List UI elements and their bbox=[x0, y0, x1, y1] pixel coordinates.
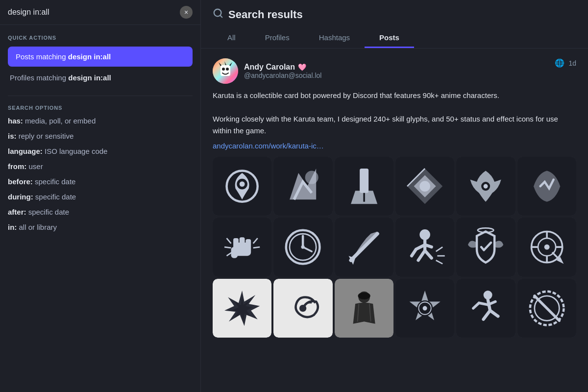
quick-actions-label: QUICK ACTIONS bbox=[8, 35, 193, 41]
icon-image-grid bbox=[213, 157, 576, 338]
svg-point-14 bbox=[484, 184, 488, 189]
clear-search-button[interactable]: × bbox=[180, 6, 193, 19]
list-item bbox=[213, 279, 271, 338]
option-before-key: before: bbox=[8, 177, 33, 186]
svg-line-31 bbox=[436, 247, 443, 252]
svg-line-24 bbox=[253, 247, 260, 248]
list-item bbox=[335, 157, 393, 216]
tab-hashtags[interactable]: Hashtags bbox=[304, 28, 365, 48]
globe-icon: 🌐 bbox=[555, 58, 564, 68]
svg-point-5 bbox=[226, 68, 229, 71]
svg-rect-10 bbox=[360, 169, 368, 193]
post-author: Andy Carolan 🩷 @andycarolan@social.lol bbox=[213, 58, 321, 84]
option-after-key: after: bbox=[8, 208, 26, 216]
divider bbox=[8, 96, 193, 96]
list-item bbox=[517, 157, 576, 216]
author-handle: @andycarolan@social.lol bbox=[244, 72, 321, 79]
option-has-key: has: bbox=[8, 117, 23, 125]
option-is[interactable]: is: reply or sensitive bbox=[8, 132, 193, 140]
profiles-query: design in:all bbox=[68, 74, 111, 82]
svg-point-46 bbox=[358, 292, 370, 299]
search-icon bbox=[213, 8, 223, 22]
heart-icon: 🩷 bbox=[298, 63, 306, 71]
list-item bbox=[213, 157, 271, 216]
svg-line-1 bbox=[220, 15, 222, 17]
right-content: Andy Carolan 🩷 @andycarolan@social.lol 🌐… bbox=[201, 49, 588, 392]
option-after[interactable]: after: specific date bbox=[8, 208, 193, 216]
profiles-prefix: Profiles matching bbox=[10, 74, 68, 82]
list-item bbox=[273, 157, 332, 216]
tab-profiles[interactable]: Profiles bbox=[250, 28, 304, 48]
svg-point-12 bbox=[419, 181, 430, 192]
posts-prefix: Posts matching bbox=[16, 52, 68, 61]
option-is-value: reply or sensitive bbox=[19, 132, 74, 140]
list-item bbox=[395, 218, 454, 276]
left-panel: × QUICK ACTIONS Posts matching design in… bbox=[0, 0, 201, 392]
option-from-key: from: bbox=[8, 162, 26, 171]
post-header: Andy Carolan 🩷 @andycarolan@social.lol 🌐… bbox=[213, 58, 576, 84]
right-header: Search results All Profiles Hashtags Pos… bbox=[201, 0, 588, 49]
option-language-value: ISO language code bbox=[45, 147, 107, 155]
svg-point-29 bbox=[301, 245, 305, 249]
post-link[interactable]: andycarolan.com/work/karuta-ic… bbox=[213, 142, 576, 150]
author-info: Andy Carolan 🩷 @andycarolan@social.lol bbox=[244, 63, 321, 79]
svg-point-49 bbox=[423, 306, 427, 310]
list-item bbox=[517, 279, 576, 338]
author-name: Andy Carolan 🩷 bbox=[244, 63, 321, 72]
svg-line-20 bbox=[227, 238, 231, 244]
search-results-title: Search results bbox=[213, 8, 576, 22]
list-item bbox=[213, 218, 271, 276]
search-input[interactable] bbox=[8, 8, 176, 17]
svg-rect-19 bbox=[245, 239, 251, 247]
post-meta: 🌐 1d bbox=[555, 58, 576, 68]
option-in-key: in: bbox=[8, 223, 17, 231]
tab-all[interactable]: All bbox=[213, 28, 250, 48]
option-language[interactable]: language: ISO language code bbox=[8, 147, 193, 155]
svg-line-23 bbox=[253, 238, 258, 244]
list-item bbox=[335, 218, 393, 276]
option-before-value: specific date bbox=[35, 177, 75, 186]
list-item bbox=[335, 279, 393, 338]
search-results-label: Search results bbox=[228, 8, 303, 21]
svg-line-33 bbox=[436, 261, 443, 264]
option-from[interactable]: from: user bbox=[8, 162, 193, 171]
tab-posts[interactable]: Posts bbox=[365, 28, 414, 48]
svg-rect-18 bbox=[240, 238, 245, 246]
search-options: has: media, poll, or embed is: reply or … bbox=[8, 117, 193, 231]
list-item bbox=[273, 279, 332, 338]
option-from-value: user bbox=[29, 162, 43, 171]
option-language-key: language: bbox=[8, 147, 43, 155]
option-has[interactable]: has: media, poll, or embed bbox=[8, 117, 193, 125]
post-time: 1d bbox=[568, 59, 576, 67]
posts-query: design in:all bbox=[68, 52, 111, 61]
right-panel: Search results All Profiles Hashtags Pos… bbox=[201, 0, 588, 392]
option-before[interactable]: before: specific date bbox=[8, 177, 193, 186]
avatar bbox=[213, 58, 238, 84]
list-item bbox=[395, 157, 454, 216]
svg-line-21 bbox=[224, 247, 231, 248]
list-item bbox=[456, 279, 515, 338]
list-item bbox=[395, 279, 454, 338]
list-item bbox=[456, 218, 515, 276]
svg-point-4 bbox=[222, 68, 225, 71]
search-bar: × bbox=[0, 0, 200, 25]
option-has-value: media, poll, or embed bbox=[25, 117, 96, 125]
left-content: QUICK ACTIONS Posts matching design in:a… bbox=[0, 25, 200, 392]
option-during[interactable]: during: specific date bbox=[8, 193, 193, 201]
svg-rect-17 bbox=[233, 238, 239, 246]
post-body-1: Karuta is a collectible card bot powered… bbox=[213, 90, 576, 137]
list-item bbox=[273, 218, 332, 276]
post-card: Andy Carolan 🩷 @andycarolan@social.lol 🌐… bbox=[213, 58, 576, 345]
svg-point-8 bbox=[240, 181, 245, 187]
posts-matching-action[interactable]: Posts matching design in:all bbox=[8, 47, 193, 67]
svg-point-9 bbox=[305, 171, 318, 184]
search-options-label: SEARCH OPTIONS bbox=[8, 105, 193, 111]
option-after-value: specific date bbox=[28, 208, 69, 216]
svg-point-30 bbox=[419, 229, 430, 240]
profiles-matching-action[interactable]: Profiles matching design in:all bbox=[8, 69, 193, 87]
option-during-value: specific date bbox=[35, 193, 76, 201]
option-is-key: is: bbox=[8, 132, 17, 140]
option-in-value: all or library bbox=[19, 223, 57, 231]
list-item bbox=[517, 218, 576, 276]
option-in[interactable]: in: all or library bbox=[8, 223, 193, 231]
